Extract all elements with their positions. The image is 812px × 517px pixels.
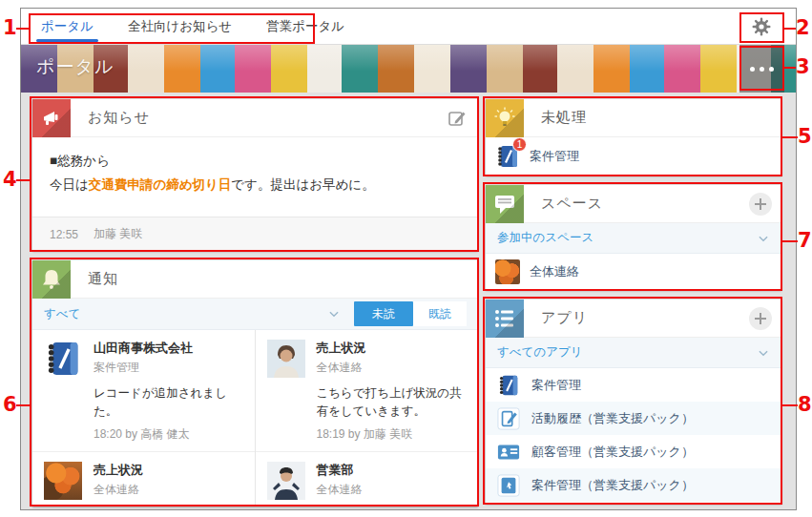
annotation-line-3 xyxy=(784,67,796,69)
announcement-line2-pre: 今日は xyxy=(50,177,89,192)
read-tab-button[interactable]: 既読 xyxy=(413,301,467,326)
announcement-author[interactable]: 加藤 美咲 xyxy=(94,226,142,242)
annotation-line-2 xyxy=(784,28,796,30)
annotation-line-4 xyxy=(16,179,30,181)
notification-source: 全体連絡 xyxy=(94,482,243,498)
chevron-down-icon xyxy=(757,232,770,245)
spaces-filter-label: 参加中のスペース xyxy=(497,230,593,246)
notification-source: 全体連絡 xyxy=(317,482,468,498)
notebook-app-icon: 1 xyxy=(495,144,520,169)
annotation-line-8 xyxy=(782,404,798,406)
apps-filter-dropdown[interactable]: すべてのアプリ xyxy=(486,338,781,368)
space-thumbnail xyxy=(44,462,82,500)
announcement-title: お知らせ xyxy=(88,109,150,127)
spaces-card: スペース 参加中のスペース 全体連絡 xyxy=(486,185,781,290)
spaces-header: スペース xyxy=(486,185,781,223)
notification-source: 全体連絡 xyxy=(317,360,468,376)
announcement-highlight: 交通費申請の締め切り日 xyxy=(89,177,231,192)
banner-more-button[interactable] xyxy=(739,45,784,93)
chevron-down-icon xyxy=(757,346,770,360)
annotation-number-5: 5 xyxy=(798,125,812,148)
apps-header: アプリ xyxy=(486,300,781,338)
app-item-label: 案件管理（営業支援パック） xyxy=(531,477,694,494)
settings-gear-icon[interactable] xyxy=(750,15,773,38)
annotation-number-7: 7 xyxy=(798,229,812,252)
notifications-filter-dropdown[interactable]: すべて xyxy=(44,306,80,322)
app-item-anken-pack[interactable]: 案件管理（営業支援パック） xyxy=(486,468,781,502)
apps-filter-label: すべてのアプリ xyxy=(497,344,583,361)
portal-tabbar: ポータル 全社向けお知らせ 営業ポータル xyxy=(21,9,796,45)
notification-item[interactable]: 売上状況 全体連絡 売上状況スレッドが作成されました。 18:18 by 加藤 … xyxy=(32,452,255,507)
app-list-icon xyxy=(486,300,524,338)
announcement-line2: 今日は交通費申請の締め切り日です。提出はお早めに。 xyxy=(50,174,461,197)
app-item-anken[interactable]: 案件管理 xyxy=(486,368,781,402)
annotation-line-6 xyxy=(16,404,30,406)
add-app-button[interactable] xyxy=(749,307,772,330)
app-item-katsudo[interactable]: 活動履歴（営業支援パック） xyxy=(486,402,781,435)
app-item-label: 活動履歴（営業支援パック） xyxy=(531,410,694,427)
case-doc-app-icon xyxy=(497,474,520,497)
notifications-column-left: 山田商事株式会社 案件管理 レコードが追加されました。 18:20 by 高橋 … xyxy=(32,330,256,507)
space-item-zentai[interactable]: 全体連絡 xyxy=(486,254,781,289)
notifications-filter-row: すべて 未読 既読 xyxy=(32,299,478,330)
user-avatar xyxy=(267,340,305,378)
tab-sales-portal[interactable]: 営業ポータル xyxy=(252,9,359,44)
space-thumbnail xyxy=(495,259,520,284)
app-item-label: 案件管理 xyxy=(531,377,581,394)
unprocessed-header: 未処理 xyxy=(486,99,781,137)
notification-time: 18:20 by 高橋 健太 xyxy=(94,426,243,443)
annotation-number-2: 2 xyxy=(796,16,810,39)
portal-page-title: ポータル xyxy=(36,54,114,79)
annotation-number-3: 3 xyxy=(796,55,810,78)
user-avatar xyxy=(267,462,305,500)
tab-company-announcements[interactable]: 全社向けお知らせ xyxy=(114,9,246,44)
ellipsis-icon xyxy=(748,67,777,72)
annotation-line-5 xyxy=(782,136,798,138)
annotation-line-1 xyxy=(16,28,29,30)
annotation-line-7 xyxy=(782,240,798,242)
lightbulb-icon xyxy=(486,99,524,137)
edit-announcement-icon[interactable] xyxy=(448,109,467,128)
announcement-footer: 12:55 加藤 美咲 xyxy=(32,217,478,251)
notifications-grid: 山田商事株式会社 案件管理 レコードが追加されました。 18:20 by 高橋 … xyxy=(32,330,478,507)
unprocessed-card: 未処理 1 案件管理 xyxy=(486,99,781,176)
annotation-number-6: 6 xyxy=(3,393,17,416)
notification-title: 売上状況 xyxy=(94,462,243,479)
notification-title: 山田商事株式会社 xyxy=(94,340,243,357)
notifications-card: 通知 すべて 未読 既読 xyxy=(32,260,478,507)
chevron-down-icon xyxy=(327,307,341,321)
notification-item[interactable]: 売上状況 全体連絡 こちらで打ち上げ状況の共有をしていきます。 18:19 by… xyxy=(256,330,479,452)
spaces-title: スペース xyxy=(541,195,603,213)
notification-item[interactable]: 山田商事株式会社 案件管理 レコードが追加されました。 18:20 by 高橋 … xyxy=(32,330,255,452)
announcement-line1: ■総務から xyxy=(50,150,461,174)
apps-card: アプリ すべてのアプリ xyxy=(486,300,781,504)
unprocessed-item-anken[interactable]: 1 案件管理 xyxy=(486,137,781,175)
activity-log-app-icon xyxy=(497,407,520,430)
screenshot-canvas: ポータル 全社向けお知らせ 営業ポータル ポータル xyxy=(0,0,812,517)
plus-icon xyxy=(755,313,766,324)
annotation-number-1: 1 xyxy=(3,16,17,39)
notifications-header: 通知 xyxy=(32,260,478,299)
add-space-button[interactable] xyxy=(749,193,772,216)
apps-title: アプリ xyxy=(541,309,588,327)
unread-count-badge: 1 xyxy=(512,137,527,152)
app-item-kokyaku[interactable]: 顧客管理（営業支援パック） xyxy=(486,435,781,468)
plus-icon xyxy=(755,198,766,210)
unprocessed-title: 未処理 xyxy=(541,109,587,127)
notification-item[interactable]: 営業部 全体連絡 Everyone マーケティング部への資料やチラシの作成依頼に… xyxy=(256,452,479,507)
notebook-app-icon xyxy=(497,374,520,397)
customer-card-app-icon xyxy=(497,441,520,464)
announcement-card: お知らせ ■総務から 今日は交通費申請の締め切り日です。提出はお早めに。 12:… xyxy=(32,99,478,251)
notification-source: 案件管理 xyxy=(94,360,243,376)
annotation-number-8: 8 xyxy=(798,393,812,416)
tab-portal[interactable]: ポータル xyxy=(27,9,108,44)
spaces-filter-dropdown[interactable]: 参加中のスペース xyxy=(486,223,781,254)
unread-tab-button[interactable]: 未読 xyxy=(354,301,413,326)
notebook-app-icon xyxy=(44,340,82,378)
portal-cover-banner: ポータル xyxy=(21,45,796,93)
portal-window: ポータル 全社向けお知らせ 営業ポータル ポータル xyxy=(20,8,797,510)
notification-body: こちらで打ち上げ状況の共有をしていきます。 xyxy=(317,384,468,422)
announcement-body: ■総務から 今日は交通費申請の締め切り日です。提出はお早めに。 xyxy=(32,137,478,197)
notification-title: 売上状況 xyxy=(317,340,468,357)
unprocessed-item-label: 案件管理 xyxy=(530,148,579,165)
